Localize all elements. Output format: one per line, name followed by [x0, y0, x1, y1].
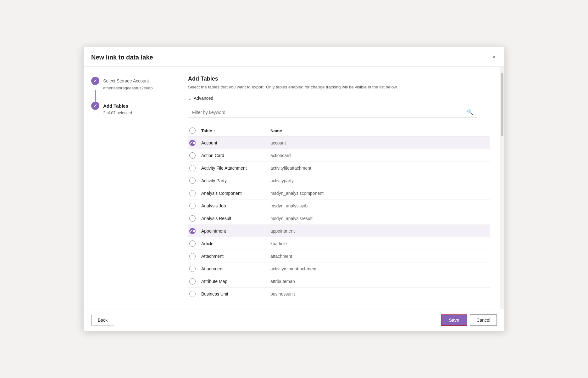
unchecked-radio[interactable] [189, 215, 196, 222]
table-system-name-cell: actioncard [270, 153, 490, 158]
table-name-cell: Business Unit [201, 291, 270, 296]
table-system-name-cell: msdyn_analysisresult [270, 216, 490, 221]
table-row: Business Unitbusinessunit [188, 288, 490, 300]
table-system-name-cell: kbarticle [270, 241, 490, 246]
table-row: Attachmentactivitymimeattachment [188, 262, 490, 275]
main-content: Add Tables Select the tables that you wa… [178, 67, 500, 309]
step-1-row: ✓ Select Storage Account [91, 77, 170, 85]
unchecked-radio[interactable] [189, 165, 196, 171]
table-name-cell: Analysis Component [201, 191, 270, 196]
step-1-sublabel: athenastorageeastus2euap [103, 86, 170, 90]
table-row: Attribute Mapattributemap [188, 275, 490, 288]
table-row: Analysis Componentmsdyn_analysiscomponen… [188, 187, 490, 200]
dialog-footer: Back Save Cancel [84, 309, 504, 331]
advanced-label: Advanced [194, 96, 213, 101]
section-desc: Select the tables that you want to expor… [188, 85, 433, 89]
step-2-check: ✓ [93, 103, 97, 108]
table-row: Activity File Attachmentactivityfileatta… [188, 162, 490, 174]
unchecked-radio[interactable] [189, 266, 196, 272]
table-row: ✓Accountaccount [188, 137, 490, 149]
table-rows: ✓AccountaccountAction CardactioncardActi… [188, 137, 490, 300]
table-row: Analysis Jobmsdyn_analysisjob [188, 200, 490, 212]
advanced-toggle[interactable]: ⌄ Advanced [188, 96, 490, 101]
table-system-name-cell: msdyn_analysiscomponent [270, 191, 490, 196]
radio-cell: ✓ [188, 140, 201, 146]
radio-cell [188, 266, 201, 272]
header-radio-cell [188, 127, 201, 134]
table-name-cell: Account [201, 140, 270, 145]
step-2-row: ✓ Add Tables [91, 102, 170, 110]
table-name-cell: Attachment [201, 266, 270, 271]
unchecked-radio[interactable] [189, 291, 196, 297]
dialog-header: New link to data lake × [84, 47, 504, 67]
table-name-cell: Action Card [201, 153, 270, 158]
cancel-button[interactable]: Cancel [470, 314, 497, 326]
chevron-down-icon: ⌄ [188, 96, 192, 101]
table-system-name-cell: activitymimeattachment [270, 266, 490, 271]
search-icon: 🔍 [467, 109, 473, 115]
table-name-cell: Analysis Job [201, 203, 270, 208]
table-system-name-cell: attributemap [270, 279, 490, 284]
filter-bar: 🔍 [188, 107, 477, 117]
table-row: ✓Appointmentappointment [188, 225, 490, 237]
unchecked-radio[interactable] [189, 203, 196, 209]
unchecked-radio[interactable] [189, 178, 196, 184]
checked-radio[interactable]: ✓ [189, 140, 196, 146]
table-row: Attachmentattachment [188, 250, 490, 262]
table-name-cell: Attachment [201, 254, 270, 259]
step-1: ✓ Select Storage Account athenastorageea… [91, 77, 170, 102]
col-header-table: Table ↑ [201, 128, 270, 133]
table-name-cell: Attribute Map [201, 279, 270, 284]
table-name-cell: Article [201, 241, 270, 246]
step-1-label: Select Storage Account [103, 78, 149, 83]
table-header: Table ↑ Name [188, 125, 490, 137]
radio-cell: ✓ [188, 228, 201, 234]
radio-cell [188, 190, 201, 196]
col-header-name: Name [270, 128, 490, 133]
table-name-cell: Activity File Attachment [201, 166, 270, 171]
table-system-name-cell: account [270, 140, 490, 145]
table-name-cell: Appointment [201, 228, 270, 234]
checked-radio[interactable]: ✓ [189, 228, 196, 234]
dialog-body: ✓ Select Storage Account athenastorageea… [84, 67, 504, 309]
radio-cell [188, 291, 201, 297]
close-button[interactable]: × [491, 53, 497, 62]
scrollbar [500, 67, 504, 309]
table-system-name-cell: appointment [270, 228, 490, 234]
table-row: Analysis Resultmsdyn_analysisresult [188, 212, 490, 225]
unchecked-radio[interactable] [189, 278, 196, 285]
step-2-circle: ✓ [91, 102, 99, 110]
unchecked-radio[interactable] [189, 240, 196, 247]
step-connector [95, 90, 96, 102]
search-input[interactable] [192, 110, 467, 115]
dialog-title: New link to data lake [91, 54, 153, 61]
unchecked-radio[interactable] [189, 253, 196, 259]
new-link-dialog: New link to data lake × ✓ Select Storage… [83, 47, 505, 331]
table-row: Articlekbarticle [188, 237, 490, 250]
select-all-radio[interactable] [189, 127, 196, 134]
unchecked-radio[interactable] [189, 190, 196, 196]
save-button[interactable]: Save [441, 314, 468, 326]
unchecked-radio[interactable] [189, 152, 196, 159]
back-button[interactable]: Back [91, 315, 114, 325]
footer-right: Save Cancel [441, 314, 497, 326]
step-2: ✓ Add Tables 2 of 87 selected [91, 102, 170, 115]
radio-cell [188, 278, 201, 285]
table-system-name-cell: msdyn_analysisjob [270, 203, 490, 208]
radio-cell [188, 253, 201, 259]
table-wrapper: Table ↑ Name ✓AccountaccountAction Carda… [188, 125, 490, 300]
step-1-check: ✓ [93, 78, 97, 83]
table-system-name-cell: activityparty [270, 178, 490, 183]
table-system-name-cell: activityfileattachment [270, 166, 490, 171]
step-1-circle: ✓ [91, 77, 99, 85]
radio-cell [188, 215, 201, 222]
sidebar: ✓ Select Storage Account athenastorageea… [84, 67, 178, 309]
table-row: Action Cardactioncard [188, 149, 490, 162]
scrollbar-thumb[interactable] [501, 73, 503, 136]
table-name-cell: Analysis Result [201, 216, 270, 221]
table-name-cell: Activity Party [201, 178, 270, 183]
radio-cell [188, 165, 201, 171]
radio-cell [188, 152, 201, 159]
step-2-sublabel: 2 of 87 selected [103, 110, 170, 115]
table-row: Activity Partyactivityparty [188, 174, 490, 187]
